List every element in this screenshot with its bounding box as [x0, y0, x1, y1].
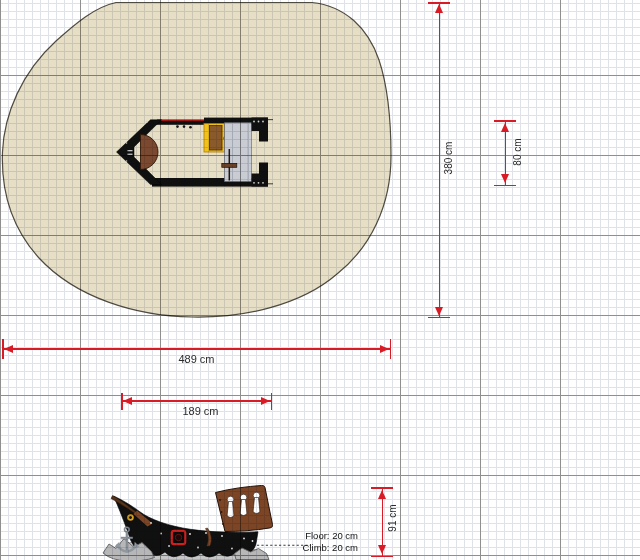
arrow-up-icon [501, 123, 509, 132]
plan-drawing [0, 0, 640, 560]
dimension-zone-width: 489 cm [2, 339, 391, 369]
dim-line [439, 4, 440, 317]
rail-red-trim [157, 119, 204, 121]
dim-line [4, 348, 390, 349]
dim-line [123, 400, 271, 401]
climb-height-label: Climb: 20 cm [292, 542, 358, 553]
ship-side-view [103, 485, 311, 560]
plan-canvas: 489 cm 189 cm 380 cm 80 cm 91 cm Floor: … [0, 0, 640, 560]
arrow-right-icon [261, 397, 270, 405]
dimension-label: 489 cm [2, 353, 391, 365]
arrow-right-icon [380, 345, 389, 353]
dimension-ship-height: 91 cm [371, 487, 393, 557]
arrow-down-icon [501, 174, 509, 183]
dimension-ship-length: 189 cm [121, 393, 272, 421]
arrow-down-icon [435, 307, 443, 316]
arrow-left-icon [4, 345, 13, 353]
slide-bed [210, 126, 223, 151]
dim-cap [428, 317, 450, 319]
floor-height-label: Floor: 20 cm [292, 530, 358, 541]
dimension-platform-width: 80 cm [494, 120, 516, 186]
arrow-left-icon [123, 397, 132, 405]
arrow-down-icon [378, 545, 386, 554]
dim-cap [494, 185, 516, 187]
dimension-label: 91 cm [387, 488, 399, 548]
porthole-glass [175, 534, 181, 540]
dimension-zone-height: 380 cm [428, 2, 450, 318]
arrow-up-icon [378, 490, 386, 499]
dim-cap [371, 556, 393, 558]
dimension-label: 189 cm [121, 405, 280, 417]
safety-zone [2, 3, 391, 318]
mast-crossbar [222, 163, 237, 167]
dimension-label: 80 cm [512, 122, 524, 182]
dimension-label: 380 cm [443, 128, 455, 188]
arrow-up-icon [435, 4, 443, 13]
